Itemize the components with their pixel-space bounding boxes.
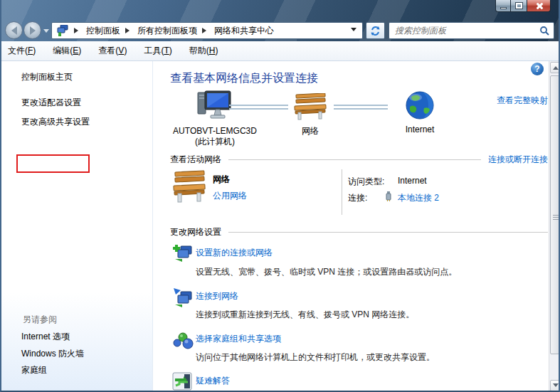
active-networks-title: 查看活动网络 xyxy=(170,154,221,166)
maximize-icon xyxy=(516,3,522,9)
menu-help[interactable]: 帮助(H) xyxy=(189,43,226,59)
sidebar-item-change-adapter-settings[interactable]: 更改适配器设置 xyxy=(21,97,81,109)
scroll-down-icon xyxy=(553,383,559,390)
choose-homegroup-link[interactable]: 选择家庭组和共享选项 xyxy=(196,333,281,345)
troubleshoot-icon xyxy=(172,372,192,391)
section-rule xyxy=(228,159,481,160)
close-icon xyxy=(535,2,543,10)
scroll-up-icon xyxy=(553,63,559,70)
change-settings-title: 更改网络设置 xyxy=(170,226,221,238)
new-connection-icon xyxy=(172,243,194,263)
map-node-network[interactable]: 网络 xyxy=(285,93,336,137)
view-full-map-link[interactable]: 查看完整映射 xyxy=(497,95,548,107)
forward-arrow-icon xyxy=(30,26,40,35)
search-icon[interactable] xyxy=(539,26,549,36)
close-button[interactable] xyxy=(527,0,551,12)
sidebar-item-control-panel-home[interactable]: 控制面板主页 xyxy=(21,71,73,83)
red-highlight-box xyxy=(16,154,90,173)
network-node-label: 网络 xyxy=(285,125,336,137)
page-title: 查看基本网络信息并设置连接 xyxy=(170,71,318,86)
bench-icon xyxy=(172,170,206,203)
map-node-internet[interactable]: Internet xyxy=(388,91,452,134)
sidebar-item-windows-firewall[interactable]: Windows 防火墙 xyxy=(21,348,84,360)
bench-icon[interactable] xyxy=(293,93,327,120)
minimize-icon xyxy=(500,7,507,9)
scrollbar-grip-icon xyxy=(553,215,559,221)
caption-buttons xyxy=(495,0,551,12)
help-icon: ? xyxy=(534,64,539,74)
scroll-up-button[interactable] xyxy=(550,62,560,73)
connect-to-network-link[interactable]: 连接到网络 xyxy=(196,290,238,302)
back-button[interactable] xyxy=(5,21,23,39)
active-networks-section-header: 查看活动网络 连接或断开连接 xyxy=(170,154,548,166)
computer-sublabel: (此计算机) xyxy=(162,136,268,148)
breadcrumb-item-all-items[interactable]: 所有控制面板项 xyxy=(137,25,197,37)
help-button[interactable]: ? xyxy=(531,63,544,75)
see-also-header: 另请参阅 xyxy=(23,314,57,326)
refresh-icon xyxy=(370,26,381,36)
forward-button[interactable] xyxy=(23,21,41,39)
scrollbar-thumb[interactable] xyxy=(550,75,560,354)
address-bar-row: 控制面板 所有控制面板项 网络和共享中心 xyxy=(1,20,559,41)
menu-view[interactable]: 查看(V) xyxy=(98,43,134,59)
public-network-link[interactable]: 公用网络 xyxy=(213,190,247,202)
connect-to-network-icon xyxy=(172,287,194,307)
divider xyxy=(342,169,342,215)
vertical-scrollbar[interactable] xyxy=(549,61,560,392)
local-connection-link[interactable]: 本地连接 2 xyxy=(398,192,439,204)
setup-new-connection-desc: 设置无线、宽带、拨号、临时或 VPN 连接；或设置路由器或访问点。 xyxy=(196,266,457,278)
map-node-computer[interactable]: AUTOBVT-LEMGC3D (此计算机) xyxy=(162,90,268,148)
main-content: 查看基本网络信息并设置连接 AUTOBVT-LEMGC3D (此计算机) xyxy=(153,61,549,392)
breadcrumb-separator-icon xyxy=(74,28,81,33)
map-connector-line xyxy=(229,105,288,110)
menu-bar: 文件(F) 编辑(E) 查看(V) 工具(T) 帮助(H) xyxy=(1,41,559,61)
computer-icon[interactable] xyxy=(196,90,233,121)
setup-new-connection-link[interactable]: 设置新的连接或网络 xyxy=(196,247,273,259)
back-arrow-icon xyxy=(7,26,17,35)
sidebar-item-internet-options[interactable]: Internet 选项 xyxy=(21,331,70,343)
breadcrumb-item-control-panel[interactable]: 控制面板 xyxy=(86,25,120,37)
sidebar-item-change-advanced-sharing[interactable]: 更改高级共享设置 xyxy=(21,116,90,128)
connect-to-network-desc: 连接到或重新连接到无线、有线、拨号或 VPN 网络连接。 xyxy=(196,309,414,321)
menu-edit[interactable]: 编辑(E) xyxy=(53,43,88,59)
computer-name-label: AUTOBVT-LEMGC3D xyxy=(162,126,268,136)
title-bar: 控制面板 所有控制面板项 网络和共享中心 xyxy=(1,0,559,41)
active-network-name: 网络 xyxy=(213,174,230,186)
map-connector-line xyxy=(334,105,388,110)
network-center-icon xyxy=(56,25,69,36)
globe-icon[interactable] xyxy=(406,91,434,120)
choose-homegroup-desc: 访问位于其他网络计算机上的文件和打印机，或更改共享设置。 xyxy=(196,351,435,364)
sidebar-item-homegroup[interactable]: 家庭组 xyxy=(21,364,47,376)
ethernet-plug-icon xyxy=(385,191,392,201)
menu-file[interactable]: 文件(F) xyxy=(8,43,43,59)
access-type-value: Internet xyxy=(398,176,427,186)
homegroup-icon xyxy=(172,331,194,351)
maximize-button[interactable] xyxy=(511,0,527,12)
minimize-button[interactable] xyxy=(495,0,511,12)
breadcrumb-separator-icon xyxy=(202,28,209,33)
refresh-button[interactable] xyxy=(366,22,385,39)
connections-label: 连接: xyxy=(348,192,367,204)
change-settings-section-header: 更改网络设置 xyxy=(170,226,548,238)
breadcrumb[interactable]: 控制面板 所有控制面板项 网络和共享中心 xyxy=(51,22,363,39)
breadcrumb-item-network-sharing-center[interactable]: 网络和共享中心 xyxy=(214,25,274,37)
network-sharing-center-window: 控制面板 所有控制面板项 网络和共享中心 xyxy=(0,0,560,392)
search-input[interactable] xyxy=(389,26,539,36)
breadcrumb-separator-icon xyxy=(125,28,132,33)
search-box xyxy=(389,22,554,39)
connect-disconnect-link[interactable]: 连接或断开连接 xyxy=(488,154,548,166)
sidebar: 控制面板主页 更改适配器设置 更改高级共享设置 另请参阅 Internet 选项… xyxy=(1,61,153,392)
address-dropdown-icon[interactable] xyxy=(351,28,356,34)
troubleshoot-link[interactable]: 疑难解答 xyxy=(196,375,230,387)
section-rule xyxy=(228,232,548,233)
access-type-label: 访问类型: xyxy=(348,176,384,188)
recent-pages-dropdown[interactable] xyxy=(43,29,49,36)
menu-tools[interactable]: 工具(T) xyxy=(144,43,179,59)
internet-node-label: Internet xyxy=(388,125,452,134)
scroll-down-button[interactable] xyxy=(550,380,560,391)
